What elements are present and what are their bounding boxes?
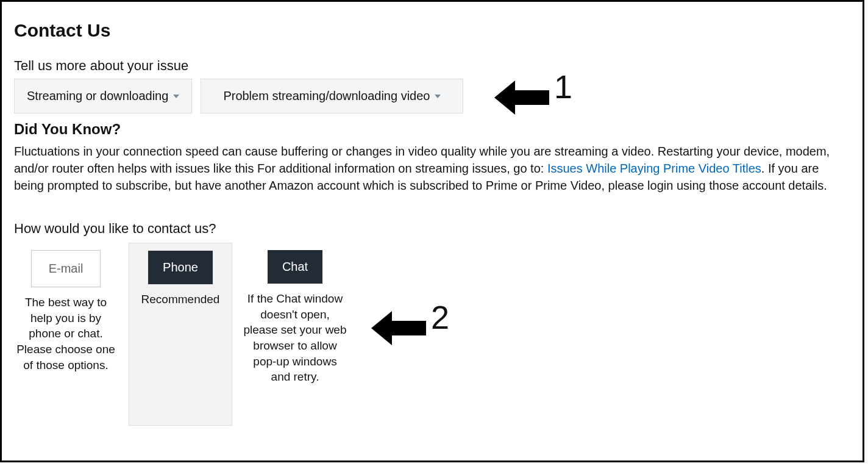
chevron-down-icon — [173, 95, 179, 98]
streaming-issues-link[interactable]: Issues While Playing Prime Video Titles — [547, 162, 761, 175]
issue-category-value: Streaming or downloading — [27, 89, 168, 103]
issue-detail-value: Problem streaming/downloading video — [223, 89, 430, 103]
chat-option: Chat If the Chat window doesn't open, pl… — [243, 243, 347, 385]
issue-prompt: Tell us more about your issue — [14, 58, 850, 74]
phone-desc: Recommended — [129, 292, 232, 307]
phone-option: Phone Recommended — [129, 243, 232, 426]
page-title: Contact Us — [14, 20, 850, 41]
issue-detail-dropdown[interactable]: Problem streaming/downloading video — [201, 79, 463, 113]
page-frame: Contact Us Tell us more about your issue… — [0, 0, 864, 462]
email-button[interactable]: E-mail — [31, 250, 101, 287]
email-desc: The best way to help you is by phone or … — [14, 295, 118, 373]
contact-options-heading: How would you like to contact us? — [14, 221, 850, 237]
email-option: E-mail The best way to help you is by ph… — [14, 243, 118, 373]
chat-button[interactable]: Chat — [268, 250, 322, 284]
did-you-know-text: Fluctuations in your connection speed ca… — [14, 143, 850, 194]
did-you-know-heading: Did You Know? — [14, 121, 850, 138]
chevron-down-icon — [435, 95, 441, 98]
contact-options: E-mail The best way to help you is by ph… — [14, 243, 850, 426]
issue-dropdowns: Streaming or downloading Problem streami… — [14, 79, 850, 113]
issue-category-dropdown[interactable]: Streaming or downloading — [14, 79, 192, 113]
chat-desc: If the Chat window doesn't open, please … — [243, 291, 347, 385]
phone-button[interactable]: Phone — [148, 251, 213, 284]
